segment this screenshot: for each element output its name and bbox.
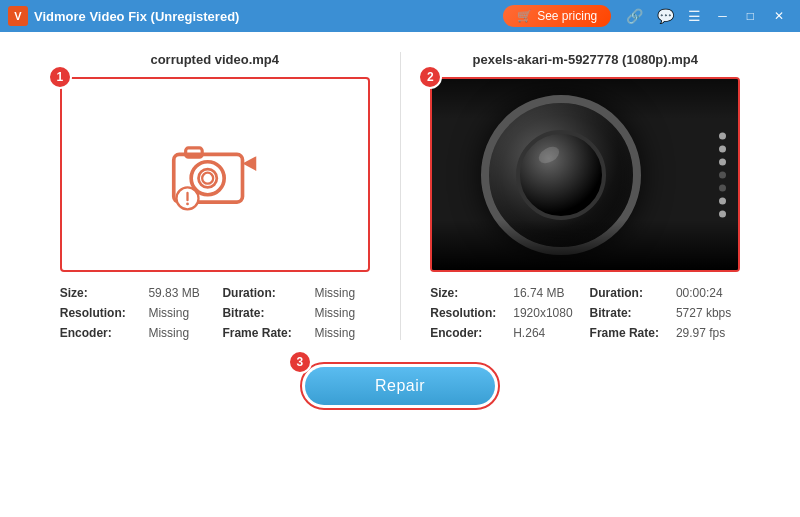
left-info-table: Size: 59.83 MB Duration: Missing Resolut… xyxy=(60,286,370,340)
link-icon-btn[interactable]: 🔗 xyxy=(621,6,648,26)
see-pricing-button[interactable]: 🛒 See pricing xyxy=(503,5,611,27)
see-pricing-label: See pricing xyxy=(537,9,597,23)
lens-image xyxy=(432,79,738,270)
right-size-label: Size: xyxy=(430,286,505,300)
left-bitrate-label: Bitrate: xyxy=(222,306,306,320)
titlebar-controls: 🔗 💬 ☰ ─ □ ✕ xyxy=(621,6,792,26)
left-framerate-value: Missing xyxy=(314,326,369,340)
repair-button[interactable]: Repair xyxy=(305,367,495,405)
svg-marker-4 xyxy=(242,156,256,171)
right-duration-label: Duration: xyxy=(590,286,668,300)
left-size-label: Size: xyxy=(60,286,141,300)
right-video-panel: pexels-akari-m-5927778 (1080p).mp4 2 xyxy=(401,52,771,340)
right-framerate-label: Frame Rate: xyxy=(590,326,668,340)
maximize-button[interactable]: □ xyxy=(739,7,762,25)
repair-btn-outer: Repair xyxy=(300,362,500,410)
left-bitrate-value: Missing xyxy=(314,306,369,320)
right-resolution-label: Resolution: xyxy=(430,306,505,320)
minimize-button[interactable]: ─ xyxy=(710,7,735,25)
right-framerate-value: 29.97 fps xyxy=(676,326,740,340)
svg-point-5 xyxy=(202,172,213,183)
dots-decoration xyxy=(719,132,726,217)
logo-icon: V xyxy=(8,6,28,26)
left-encoder-value: Missing xyxy=(148,326,214,340)
right-info-table: Size: 16.74 MB Duration: 00:00:24 Resolu… xyxy=(430,286,740,340)
svg-point-1 xyxy=(191,161,224,194)
left-size-value: 59.83 MB xyxy=(148,286,214,300)
left-video-thumbnail[interactable] xyxy=(60,77,370,272)
videos-row: corrupted video.mp4 1 xyxy=(30,52,770,340)
left-resolution-label: Resolution: xyxy=(60,306,141,320)
repair-area: 3 Repair xyxy=(300,362,500,410)
left-encoder-label: Encoder: xyxy=(60,326,141,340)
repair-wrapper: 3 Repair xyxy=(300,362,500,410)
right-duration-value: 00:00:24 xyxy=(676,286,740,300)
camera-broken-svg xyxy=(160,135,270,215)
svg-rect-3 xyxy=(185,147,202,156)
right-size-value: 16.74 MB xyxy=(513,286,581,300)
left-thumbnail-wrapper: 1 xyxy=(60,77,370,272)
left-duration-label: Duration: xyxy=(222,286,306,300)
titlebar: V Vidmore Video Fix (Unregistered) 🛒 See… xyxy=(0,0,800,32)
right-thumbnail-wrapper: 2 xyxy=(430,77,740,272)
left-video-title: corrupted video.mp4 xyxy=(150,52,279,67)
svg-point-8 xyxy=(186,202,189,205)
close-button[interactable]: ✕ xyxy=(766,7,792,25)
cart-icon: 🛒 xyxy=(517,9,532,23)
left-video-panel: corrupted video.mp4 1 xyxy=(30,52,400,340)
main-content: corrupted video.mp4 1 xyxy=(0,32,800,517)
right-bitrate-value: 5727 kbps xyxy=(676,306,740,320)
right-resolution-value: 1920x1080 xyxy=(513,306,581,320)
right-video-thumbnail[interactable] xyxy=(430,77,740,272)
menu-icon-btn[interactable]: ☰ xyxy=(683,6,706,26)
left-framerate-label: Frame Rate: xyxy=(222,326,306,340)
chat-icon-btn[interactable]: 💬 xyxy=(652,6,679,26)
right-encoder-value: H.264 xyxy=(513,326,581,340)
left-duration-value: Missing xyxy=(314,286,369,300)
right-bitrate-label: Bitrate: xyxy=(590,306,668,320)
right-video-title: pexels-akari-m-5927778 (1080p).mp4 xyxy=(473,52,698,67)
left-badge: 1 xyxy=(48,65,72,89)
left-resolution-value: Missing xyxy=(148,306,214,320)
repair-badge: 3 xyxy=(288,350,312,374)
app-title: Vidmore Video Fix (Unregistered) xyxy=(34,9,239,24)
app-logo: V Vidmore Video Fix (Unregistered) xyxy=(8,6,239,26)
right-encoder-label: Encoder: xyxy=(430,326,505,340)
